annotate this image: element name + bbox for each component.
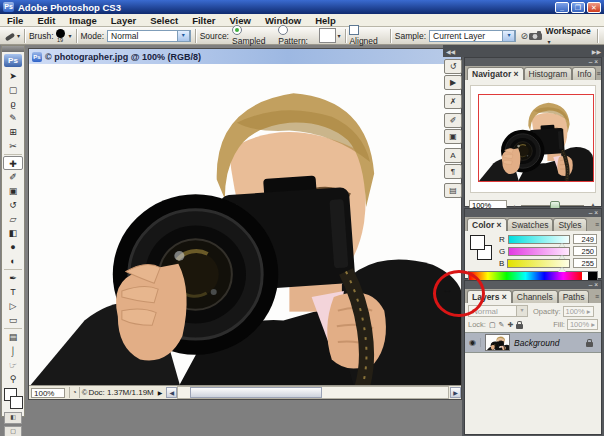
tool-dodge[interactable]: ◐ xyxy=(3,254,23,268)
pattern-swatch[interactable] xyxy=(319,28,335,43)
panel-menu-icon[interactable]: ≡ xyxy=(596,68,600,80)
layer-row-background[interactable]: ◉ Background xyxy=(465,332,601,353)
tab-paths[interactable]: Paths xyxy=(558,290,590,303)
ignore-adjustment-layers-icon[interactable]: ⊘ xyxy=(520,31,528,41)
blue-slider[interactable] xyxy=(507,259,570,268)
tool-presets-panel-icon[interactable]: ✗ xyxy=(444,94,462,109)
menu-layer[interactable]: Layer xyxy=(104,15,143,26)
tool-history-brush[interactable]: ↺ xyxy=(3,198,23,212)
layers-window-controls[interactable]: ‒ × xyxy=(465,281,601,289)
red-slider[interactable] xyxy=(508,235,570,244)
tab-info[interactable]: Info xyxy=(572,67,596,80)
collapse-left-chevrons-icon[interactable]: ◀◀ xyxy=(446,48,455,55)
menu-edit[interactable]: Edit xyxy=(30,15,62,26)
menu-file[interactable]: File xyxy=(0,15,30,26)
tool-slice[interactable]: ✂ xyxy=(3,139,23,153)
tool-pen[interactable]: ✒ xyxy=(3,271,23,285)
tool-eyedropper[interactable]: ⌡ xyxy=(3,344,23,358)
blue-slider-thumb[interactable] xyxy=(558,267,566,272)
document-titlebar[interactable]: Ps © photographer.jpg @ 100% (RGB/8) xyxy=(29,49,461,64)
green-slider[interactable] xyxy=(508,247,570,256)
tab-channels[interactable]: Channels xyxy=(512,290,558,303)
background-color-swatch[interactable] xyxy=(10,396,23,409)
tool-type[interactable]: T xyxy=(3,285,23,299)
layer-comps-panel-icon[interactable]: ▤ xyxy=(444,183,462,198)
navigator-window-controls[interactable]: ‒ × xyxy=(465,58,601,66)
tab-histogram[interactable]: Histogram xyxy=(524,67,573,80)
clone-source-panel-icon[interactable]: ▣ xyxy=(444,129,462,144)
menu-help[interactable]: Help xyxy=(308,15,343,26)
lock-paint-icon[interactable]: ✎ xyxy=(499,321,505,329)
green-value-field[interactable]: 250 xyxy=(573,246,597,256)
red-value-field[interactable]: 249 xyxy=(573,234,597,244)
layer-thumbnail[interactable] xyxy=(485,334,510,351)
blue-value-field[interactable]: 255 xyxy=(573,258,597,268)
lock-position-icon[interactable]: ✚ xyxy=(507,321,513,329)
tab-swatches[interactable]: Swatches xyxy=(507,218,554,231)
brush-dropdown-icon[interactable]: ▾ xyxy=(69,32,72,39)
radio-pattern[interactable]: Pattern: xyxy=(278,25,316,46)
visibility-eye-icon[interactable]: ◉ xyxy=(465,338,481,347)
panel-menu-icon[interactable]: ≡ xyxy=(595,291,599,303)
tool-path-selection[interactable]: ▷ xyxy=(3,299,23,313)
panel-foreground-swatch[interactable] xyxy=(470,235,485,250)
workspace-button[interactable]: Workspace ▾ xyxy=(546,26,594,46)
tool-preset-dropdown-icon[interactable]: ▾ xyxy=(17,32,20,39)
horizontal-scrollbar[interactable] xyxy=(177,386,449,399)
menu-image[interactable]: Image xyxy=(62,15,103,26)
opacity-field[interactable]: 100% ▸ xyxy=(563,306,594,317)
menu-filter[interactable]: Filter xyxy=(185,15,222,26)
tool-eraser[interactable]: ▱ xyxy=(3,212,23,226)
bridge-icon[interactable] xyxy=(528,30,542,41)
tool-crop[interactable]: ⊞ xyxy=(3,125,23,139)
quick-mask-button[interactable]: ◧ xyxy=(4,412,22,424)
navigator-view-box[interactable] xyxy=(478,94,594,182)
tab-navigator[interactable]: Navigator × xyxy=(467,67,524,80)
tool-blur[interactable]: ● xyxy=(3,240,23,254)
sample-select[interactable]: Current Layer ▾ xyxy=(429,30,516,42)
tool-quick-selection[interactable]: ✎ xyxy=(3,111,23,125)
history-panel-icon[interactable]: ↺ xyxy=(444,59,462,74)
close-button[interactable]: ✕ xyxy=(587,2,601,13)
paragraph-panel-icon[interactable]: ¶ xyxy=(444,164,462,179)
tool-rectangular-marquee[interactable]: ▢ xyxy=(3,83,23,97)
layer-name[interactable]: Background xyxy=(514,338,586,348)
minimize-button[interactable]: _ xyxy=(555,2,569,13)
restore-button[interactable]: ❐ xyxy=(571,2,585,13)
menu-select[interactable]: Select xyxy=(143,15,185,26)
color-window-controls[interactable]: ‒ × xyxy=(465,209,601,217)
collapse-right-chevrons-icon[interactable]: ▶▶ xyxy=(592,48,601,55)
tool-gradient[interactable]: ◧ xyxy=(3,226,23,240)
tool-notes[interactable]: ▤ xyxy=(3,330,23,344)
scroll-left-button[interactable]: ◀ xyxy=(166,387,177,398)
tool-hand[interactable]: ☞ xyxy=(3,358,23,372)
status-menu-icon[interactable]: ▶ xyxy=(158,389,163,396)
tool-move[interactable]: ➤ xyxy=(3,69,23,83)
scrollbar-thumb[interactable] xyxy=(190,387,322,398)
scroll-right-button[interactable]: ▶ xyxy=(450,387,461,398)
tool-zoom[interactable]: ⚲ xyxy=(3,372,23,386)
lock-transparency-icon[interactable]: ▢ xyxy=(489,321,496,329)
canvas[interactable] xyxy=(29,64,461,385)
tool-shape[interactable]: ▭ xyxy=(3,313,23,327)
healing-brush-tool-icon[interactable] xyxy=(5,31,15,41)
brushes-panel-icon[interactable]: ✐ xyxy=(444,113,462,128)
tab-color[interactable]: Color × xyxy=(467,218,507,231)
tool-brush[interactable]: ✐ xyxy=(3,170,23,184)
radio-sampled[interactable]: Sampled xyxy=(232,25,273,46)
aligned-checkbox[interactable]: Aligned xyxy=(349,25,386,46)
navigator-zoom-slider[interactable] xyxy=(521,205,584,206)
mode-select[interactable]: Normal ▾ xyxy=(107,30,191,42)
toolbox-grip[interactable] xyxy=(2,46,24,52)
brush-preview[interactable]: 19 xyxy=(56,29,65,43)
tab-styles[interactable]: Styles xyxy=(553,218,586,231)
screen-mode-button[interactable]: ▢ xyxy=(4,426,22,436)
menu-window[interactable]: Window xyxy=(258,15,308,26)
menu-view[interactable]: View xyxy=(222,15,257,26)
actions-panel-icon[interactable]: ▶ xyxy=(444,75,462,90)
tool-clone-stamp[interactable]: ▣ xyxy=(3,184,23,198)
tool-spot-healing-brush[interactable]: ✚ xyxy=(3,156,23,170)
fill-field[interactable]: 100% ▸ xyxy=(567,319,598,330)
lock-all-icon[interactable] xyxy=(516,324,523,329)
zoom-level-field[interactable]: 100% xyxy=(31,388,65,398)
